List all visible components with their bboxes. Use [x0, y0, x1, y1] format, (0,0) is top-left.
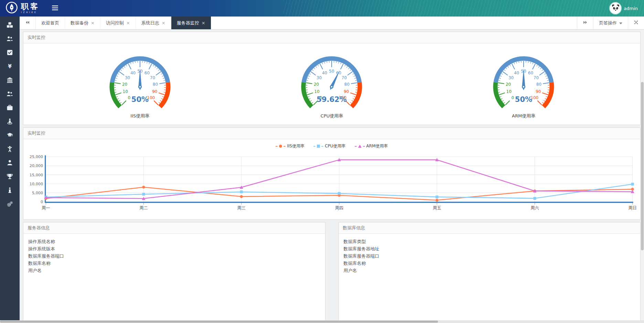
svg-text:90: 90 — [344, 89, 349, 94]
yen-icon: ¥ — [7, 63, 13, 71]
tab-label: 欢迎首页 — [41, 20, 59, 26]
svg-text:0: 0 — [512, 95, 514, 100]
info-item: 数据库服务器端口 — [28, 252, 320, 260]
svg-text:30: 30 — [316, 75, 322, 80]
user-menu[interactable]: admin — [610, 3, 644, 14]
graduation-cap-icon — [7, 132, 13, 140]
close-icon[interactable]: × — [91, 21, 95, 25]
tab-bar: 欢迎首页数据备份×访问控制×系统日志×服务器监控× 页签操作 — [20, 17, 644, 30]
fullscreen-button[interactable] — [628, 17, 644, 29]
sidebar-item-info[interactable] — [0, 184, 20, 198]
tab[interactable]: 欢迎首页 — [36, 17, 65, 29]
svg-text:80: 80 — [344, 82, 350, 87]
legend-item[interactable]: ARM使用率 — [355, 143, 388, 149]
legend-label: IIS使用率 — [287, 143, 304, 149]
close-icon[interactable]: × — [202, 21, 205, 25]
logo-subtitle: IZHIKE — [21, 11, 40, 14]
info-item: 数据库服务器端口 — [344, 252, 636, 260]
sidebar-item-check-square[interactable] — [0, 46, 20, 60]
sidebar-item-briefcase[interactable] — [0, 101, 20, 115]
svg-text:10: 10 — [314, 89, 320, 94]
tab[interactable]: 服务器监控× — [171, 17, 211, 29]
menu-toggle-button[interactable] — [52, 5, 58, 12]
svg-text:60: 60 — [144, 71, 150, 75]
legend-marker-circle — [279, 145, 282, 148]
svg-text:10: 10 — [122, 89, 128, 94]
svg-text:90: 90 — [152, 89, 157, 94]
sidebar-item-users[interactable] — [0, 32, 20, 46]
sidebar-item-cubes[interactable] — [0, 19, 20, 32]
info-item: 数据库类型 — [344, 238, 636, 245]
tab[interactable]: 访问控制× — [100, 17, 136, 29]
user-icon — [7, 159, 13, 167]
db-info-title: 数据库信息 — [339, 222, 641, 234]
sidebar-item-graduation-cap[interactable] — [0, 129, 20, 143]
tab-operations-dropdown[interactable]: 页签操作 — [593, 17, 628, 29]
sidebar-item-street-view[interactable] — [0, 115, 20, 129]
legend-item[interactable]: CPU使用率 — [313, 143, 345, 149]
db-info-panel: 数据库信息 数据库类型数据库服务器地址数据库服务器端口数据库名称用户名 — [339, 222, 641, 323]
info-item: 数据库服务器地址 — [344, 245, 636, 252]
tab-label: 服务器监控 — [177, 20, 199, 26]
svg-text:50: 50 — [329, 69, 334, 74]
info-item: 用户名 — [28, 267, 320, 274]
info-item: 数据库名称 — [344, 260, 636, 267]
gauge-label: IIS使用率 — [130, 113, 149, 123]
tab-operations-label: 页签操作 — [599, 20, 617, 26]
scroll-tabs-right-button[interactable] — [577, 17, 593, 29]
gauge-block: 010203040506070809010059.62%CPU使用率 — [292, 49, 372, 123]
gauge-label: CPU使用率 — [321, 113, 343, 123]
sidebar-item-team[interactable] — [0, 87, 20, 101]
svg-text:周五: 周五 — [433, 206, 441, 210]
legend-label: ARM使用率 — [366, 143, 388, 149]
db-info-list: 数据库类型数据库服务器地址数据库服务器端口数据库名称用户名 — [339, 234, 641, 278]
line-chart-panel-title: 实时监控 — [23, 128, 640, 139]
vertical-scrollbar-thumb[interactable] — [641, 82, 644, 251]
legend-dash — [283, 146, 286, 147]
svg-text:40: 40 — [130, 71, 136, 75]
avatar — [610, 3, 621, 14]
content-area: 实时监控 010203040506070809010050%IIS使用率0102… — [20, 29, 644, 323]
horizontal-scrollbar[interactable] — [0, 320, 644, 323]
team-icon — [7, 91, 13, 98]
close-icon[interactable]: × — [126, 21, 130, 25]
svg-text:周日: 周日 — [628, 206, 637, 210]
check-square-icon — [7, 49, 13, 57]
sidebar-item-bank[interactable] — [0, 74, 20, 87]
svg-text:20: 20 — [506, 82, 511, 87]
info-item: 操作系统名称 — [28, 238, 320, 245]
tab-list: 欢迎首页数据备份×访问控制×系统日志×服务器监控× — [36, 17, 577, 29]
svg-text:10: 10 — [506, 89, 512, 94]
app-logo[interactable]: 职客 IZHIKE — [0, 1, 46, 15]
info-item: 操作系统版本 — [28, 245, 320, 252]
svg-text:40: 40 — [322, 71, 327, 75]
sidebar-item-yen[interactable]: ¥ — [0, 60, 20, 74]
sidebar-item-user[interactable] — [0, 156, 20, 170]
line-chart: 05,00010,00015,00020,00025,000周一周二周三周四周五… — [26, 153, 637, 219]
legend-marker-square — [317, 145, 320, 148]
navbar-decoration — [283, 0, 644, 17]
gauge-label: ARM使用率 — [512, 113, 535, 123]
vertical-scrollbar[interactable] — [641, 30, 644, 320]
scroll-tabs-left-button[interactable] — [20, 17, 36, 29]
sidebar-item-trophy[interactable] — [0, 170, 20, 184]
svg-text:60: 60 — [528, 71, 533, 75]
gauge-chart: 010203040506070809010059.62% — [292, 49, 372, 112]
top-navbar: 职客 IZHIKE admin — [0, 0, 644, 17]
sidebar-item-child[interactable] — [0, 143, 20, 156]
tab[interactable]: 系统日志× — [136, 17, 171, 29]
info-item: 数据库名称 — [28, 260, 320, 267]
sidebar-item-gears[interactable] — [0, 198, 20, 211]
svg-text:周三: 周三 — [237, 206, 246, 210]
tab[interactable]: 数据备份× — [65, 17, 100, 29]
legend-dash — [276, 146, 278, 147]
legend-item[interactable]: IIS使用率 — [276, 143, 304, 149]
horizontal-scrollbar-thumb[interactable] — [0, 321, 438, 323]
svg-text:20: 20 — [314, 82, 319, 87]
server-info-list: 操作系统名称操作系统版本数据库服务器端口数据库名称用户名 — [23, 234, 325, 278]
line-chart-body: IIS使用率CPU使用率ARM使用率 05,00010,00015,00020,… — [23, 139, 640, 219]
gauge-block: 010203040506070809010050%ARM使用率 — [484, 49, 564, 123]
svg-text:80: 80 — [536, 82, 541, 87]
close-icon[interactable]: × — [162, 21, 165, 25]
svg-text:周一: 周一 — [42, 206, 50, 210]
